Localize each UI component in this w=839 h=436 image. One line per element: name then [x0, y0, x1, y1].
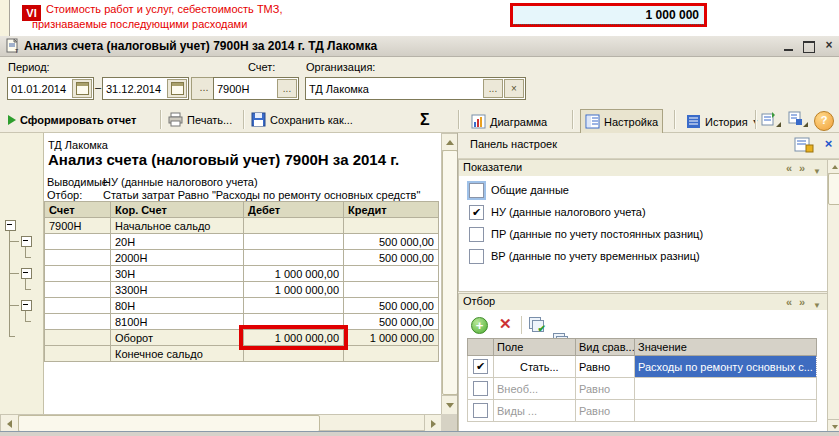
- diagram-button[interactable]: Диаграмма: [466, 109, 552, 134]
- cell-credit[interactable]: [344, 282, 439, 298]
- filter-compare[interactable]: Равно: [576, 400, 635, 422]
- cell-account[interactable]: [45, 330, 111, 346]
- col-compare[interactable]: Вид срав...: [576, 339, 635, 356]
- panel-scroll-thumb[interactable]: [828, 173, 839, 205]
- cell-account[interactable]: [45, 250, 111, 266]
- history-button[interactable]: История ▼: [681, 109, 764, 134]
- filter-use-checkbox[interactable]: ✔: [468, 356, 494, 378]
- expand-all-icon[interactable]: »: [799, 295, 805, 310]
- collapse-group-icon[interactable]: [21, 268, 32, 279]
- account-field[interactable]: 7900Н ...: [213, 77, 299, 100]
- filter-field[interactable]: Стать...: [494, 356, 576, 378]
- cell-account[interactable]: [45, 234, 111, 250]
- date-to-field[interactable]: 31.12.2014: [102, 77, 189, 100]
- cell-corr[interactable]: 30Н: [111, 266, 244, 282]
- col-field[interactable]: Поле: [494, 339, 576, 356]
- panel-settings-icon[interactable]: [794, 137, 814, 153]
- cell-credit[interactable]: 500 000,00: [344, 314, 439, 330]
- collapse-group-icon[interactable]: [21, 300, 32, 311]
- save-as-button[interactable]: Сохранить как...: [251, 109, 353, 130]
- delete-filter-icon[interactable]: ✕: [499, 315, 512, 332]
- cell-corr[interactable]: Оборот: [111, 330, 244, 346]
- print-button[interactable]: Печать...: [168, 109, 232, 130]
- cell-credit[interactable]: 500 000,00: [344, 234, 439, 250]
- filter-use-checkbox[interactable]: [468, 378, 494, 400]
- checkbox-label[interactable]: НУ (данные налогового учета): [491, 206, 646, 218]
- col-credit[interactable]: Кредит: [344, 202, 439, 218]
- cell-corr[interactable]: 2000Н: [111, 250, 244, 266]
- cell-corr[interactable]: 80Н: [111, 298, 244, 314]
- checkbox-nu[interactable]: ✔: [469, 205, 484, 220]
- cell-account[interactable]: [45, 314, 111, 330]
- filter-value-selected[interactable]: Расходы по ремонту основных с...: [635, 356, 817, 378]
- settings-button[interactable]: Настройка: [580, 109, 663, 134]
- cell-debit[interactable]: [244, 314, 344, 330]
- filter-use-checkbox[interactable]: [468, 400, 494, 422]
- cell-credit[interactable]: [344, 218, 439, 234]
- cell-account[interactable]: [45, 346, 111, 362]
- save-settings-button[interactable]: [788, 109, 808, 127]
- checkbox-label[interactable]: ПР (данные по учету постоянных разниц): [491, 228, 703, 240]
- cell-corr[interactable]: 8100Н: [111, 314, 244, 330]
- organization-field[interactable]: ТД Лакомка ... ×: [305, 77, 526, 100]
- cell-debit[interactable]: 1 000 000,00: [244, 266, 344, 282]
- cell-debit[interactable]: 1 000 000,00: [244, 282, 344, 298]
- collapse-group-icon[interactable]: [21, 236, 32, 247]
- cell-corr[interactable]: Начальное сальдо: [111, 218, 244, 234]
- cell-credit[interactable]: [344, 266, 439, 282]
- cell-account[interactable]: [45, 266, 111, 282]
- cell-corr[interactable]: Конечное сальдо: [111, 346, 244, 362]
- calendar-icon[interactable]: [72, 79, 92, 98]
- cell-debit-highlighted[interactable]: 1 000 000,00: [244, 330, 344, 346]
- check-all-icon[interactable]: ✔: [529, 317, 545, 333]
- panel-close-icon[interactable]: ×: [820, 136, 837, 153]
- expand-all-icon[interactable]: »: [799, 161, 805, 176]
- filter-field[interactable]: Внеоб...: [494, 378, 576, 400]
- col-debit[interactable]: Дебет: [244, 202, 344, 218]
- cell-credit[interactable]: 500 000,00: [344, 298, 439, 314]
- cell-corr[interactable]: 20Н: [111, 234, 244, 250]
- checkbox-common-data[interactable]: [469, 183, 484, 198]
- minimize-button[interactable]: [781, 40, 797, 53]
- vscroll-thumb[interactable]: [442, 150, 458, 395]
- checkbox-vr[interactable]: [469, 249, 484, 264]
- filter-value[interactable]: [635, 378, 817, 400]
- account-select-button[interactable]: ...: [277, 79, 297, 98]
- cell-debit[interactable]: [244, 218, 344, 234]
- filter-value[interactable]: [635, 400, 817, 422]
- calendar-icon[interactable]: [167, 79, 187, 98]
- filter-compare[interactable]: Равно: [576, 378, 635, 400]
- collapse-group-icon[interactable]: [5, 220, 16, 231]
- generate-report-button[interactable]: Сформировать отчет: [8, 109, 136, 130]
- help-button[interactable]: ?: [814, 111, 834, 131]
- panel-scroll-up-button[interactable]: [827, 159, 839, 174]
- col-account[interactable]: Счет: [45, 202, 111, 218]
- hscroll-thumb[interactable]: [18, 415, 320, 432]
- cell-credit[interactable]: 500 000,00: [344, 250, 439, 266]
- highlighted-amount-field[interactable]: 1 000 000: [510, 3, 707, 27]
- maximize-button[interactable]: [801, 40, 817, 53]
- cell-credit[interactable]: 1 000 000,00: [344, 330, 439, 346]
- organization-select-button[interactable]: ...: [483, 79, 503, 98]
- collapse-all-icon[interactable]: «: [786, 295, 792, 310]
- checkbox-pr[interactable]: [469, 227, 484, 242]
- cell-account[interactable]: 7900Н: [45, 218, 111, 234]
- cell-credit[interactable]: [344, 346, 439, 362]
- organization-clear-button[interactable]: ×: [504, 79, 524, 98]
- load-settings-button[interactable]: [761, 109, 781, 127]
- col-use[interactable]: [468, 339, 494, 356]
- cell-account[interactable]: [45, 298, 111, 314]
- cell-debit[interactable]: [244, 234, 344, 250]
- col-corr[interactable]: Кор. Счет: [111, 202, 244, 218]
- filter-field[interactable]: Виды ...: [494, 400, 576, 422]
- cell-account[interactable]: [45, 282, 111, 298]
- add-filter-icon[interactable]: +: [471, 317, 488, 334]
- checkbox-label[interactable]: ВР (данные по учету временных разниц): [491, 250, 700, 262]
- date-from-field[interactable]: 01.01.2014: [7, 77, 94, 100]
- collapse-all-icon[interactable]: «: [786, 161, 792, 176]
- cell-corr[interactable]: 3300Н: [111, 282, 244, 298]
- checkbox-label[interactable]: Общие данные: [491, 184, 569, 196]
- cell-debit[interactable]: [244, 346, 344, 362]
- col-value[interactable]: Значение: [635, 339, 817, 356]
- cell-debit[interactable]: [244, 250, 344, 266]
